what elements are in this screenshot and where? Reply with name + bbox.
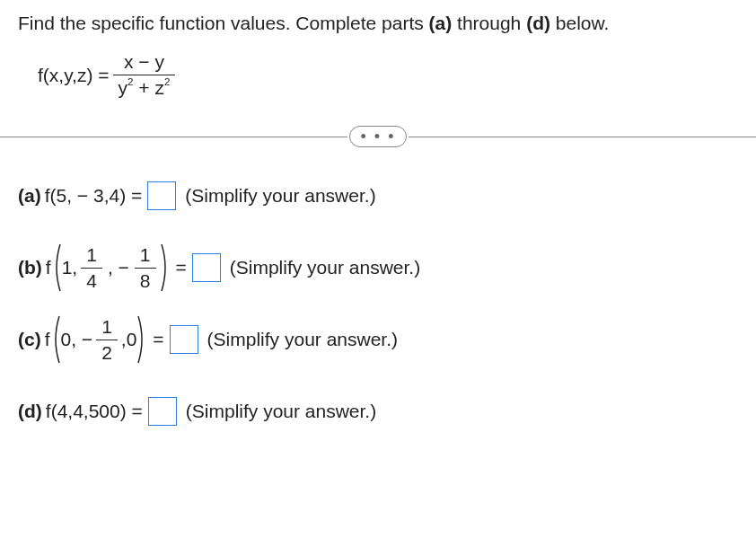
part-b-frac2-num: 1 — [135, 244, 156, 268]
func-denominator: y2 + z2 — [113, 75, 176, 99]
part-b-frac2: 1 8 — [135, 244, 156, 292]
part-b-args: 1, 1 4 , − 1 8 — [51, 243, 171, 293]
part-b-hint: (Simplify your answer.) — [230, 257, 420, 278]
question-prompt: Find the specific function values. Compl… — [18, 11, 738, 35]
prompt-text: Find the specific function values. Compl… — [18, 13, 429, 33]
part-c-frac-num: 1 — [96, 316, 118, 340]
prompt-part-d: (d) — [526, 13, 550, 33]
part-b-frac1-den: 4 — [81, 268, 102, 292]
part-b-frac1: 1 4 — [81, 244, 102, 292]
part-b-sep: , − — [108, 257, 129, 278]
left-paren-icon — [51, 243, 62, 293]
func-fraction: x − y y2 + z2 — [113, 51, 176, 99]
part-d: (d) f(4,4,500) = (Simplify your answer.) — [18, 386, 738, 437]
part-c-arg1: 0, − — [61, 329, 93, 350]
part-d-hint: (Simplify your answer.) — [186, 401, 376, 422]
divider-line-left — [0, 137, 347, 137]
part-d-answer-input[interactable] — [148, 397, 177, 426]
part-b-frac2-den: 8 — [135, 268, 156, 292]
part-d-expression: f(4,4,500) = — [46, 401, 143, 422]
part-b-frac1-num: 1 — [81, 244, 102, 268]
part-b-answer-input[interactable] — [192, 253, 221, 282]
den-y: y — [119, 77, 128, 98]
part-b-equals: = — [176, 257, 187, 278]
part-a-hint: (Simplify your answer.) — [185, 185, 375, 207]
part-a-answer-input[interactable] — [147, 181, 176, 210]
part-c-equals: = — [153, 329, 163, 350]
divider-line-right — [409, 137, 756, 137]
part-b-arg1: 1, — [62, 257, 78, 278]
function-definition: f(x,y,z) = x − y y2 + z2 — [38, 51, 738, 99]
den-plus-z: + z — [133, 77, 163, 98]
part-b-label: (b) — [18, 257, 42, 278]
part-b: (b) f 1, 1 4 , − 1 8 = (Simplify your an… — [18, 243, 738, 293]
func-lhs: f(x,y,z) = — [38, 65, 110, 86]
part-a-expression: f(5, − 3,4) = — [45, 185, 143, 207]
part-a: (a) f(5, − 3,4) = (Simplify your answer.… — [18, 171, 738, 221]
left-paren-icon — [50, 314, 61, 365]
right-paren-icon — [136, 314, 147, 365]
part-c-frac: 1 2 — [96, 316, 118, 364]
part-c-hint: (Simplify your answer.) — [207, 329, 398, 350]
part-c-tail: ,0 — [121, 329, 137, 350]
den-y-exp: 2 — [127, 76, 133, 87]
part-a-label: (a) — [18, 185, 41, 207]
right-paren-icon — [160, 243, 171, 293]
func-numerator: x − y — [119, 51, 170, 75]
part-c-label: (c) — [18, 329, 41, 350]
part-d-label: (d) — [18, 401, 42, 422]
prompt-middle: through — [452, 13, 526, 33]
den-z-exp: 2 — [164, 76, 170, 87]
part-c-frac-den: 2 — [96, 340, 118, 364]
more-options-button[interactable]: • • • — [349, 126, 408, 147]
part-c-answer-input[interactable] — [170, 325, 198, 354]
section-divider: • • • — [0, 126, 756, 147]
prompt-part-a: (a) — [429, 13, 453, 33]
part-c-args: 0, − 1 2 ,0 — [50, 314, 148, 365]
prompt-after: below. — [550, 13, 609, 33]
part-c: (c) f 0, − 1 2 ,0 = (Simplify your answe… — [18, 314, 738, 365]
